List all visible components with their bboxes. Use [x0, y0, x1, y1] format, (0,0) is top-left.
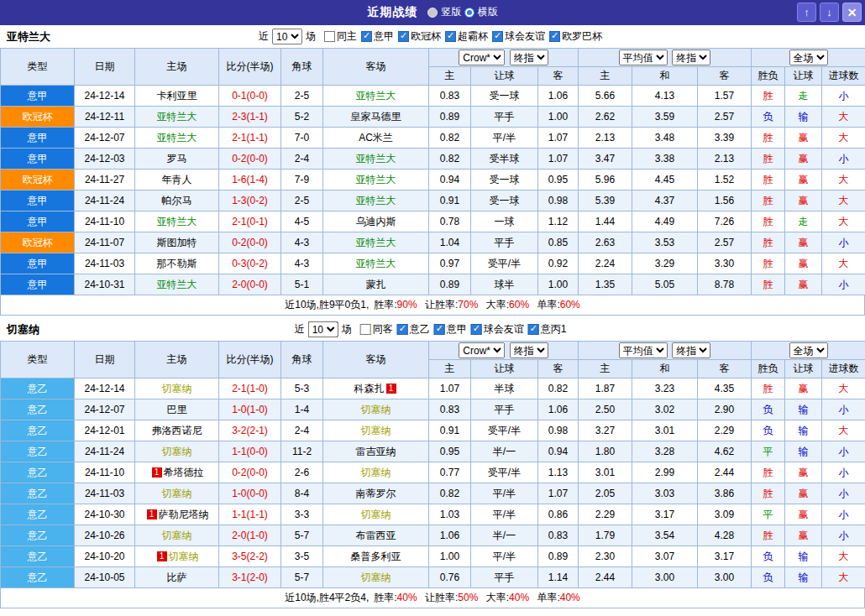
match-type-cell: 意乙: [1, 567, 75, 588]
score-cell: 2-0(0-0): [219, 274, 281, 295]
avg-draw-cell: 3.07: [632, 546, 698, 567]
avg-away-cell: 3.00: [698, 567, 752, 588]
away-team-name: 亚特兰大: [356, 237, 396, 248]
odds-home-cell: 0.77: [429, 462, 471, 483]
results-table: 类型 日期 主场 比分(半场) 角球 客场 Crow* 终指 平均值 终指: [0, 341, 865, 588]
scroll-down-button[interactable]: ↓: [820, 3, 839, 22]
avg-draw-cell: 3.00: [632, 567, 698, 588]
table-row: 意甲 24-11-10 亚特兰大 2-1(0-1) 4-5 乌迪内斯 0.78 …: [1, 211, 865, 232]
avg-draw-cell: 3.17: [632, 504, 698, 525]
date-cell: 24-11-24: [75, 191, 135, 211]
odds-away-cell: 0.82: [538, 378, 579, 399]
handicap-cell: 平/半: [471, 483, 538, 504]
odds-home-cell: 0.91: [429, 191, 471, 211]
near-label: 近: [259, 29, 269, 44]
league-filter-checkbox[interactable]: 超霸杯: [445, 29, 488, 44]
league-filter-checkbox[interactable]: 欧罗巴杯: [549, 29, 602, 44]
table-row: 欧冠杯 24-12-11 亚特兰大 2-3(1-1) 5-2 皇家马德里 0.8…: [1, 107, 865, 128]
league-filter-checkbox[interactable]: 意甲: [361, 29, 394, 44]
odds-away-cell: 1.00: [538, 107, 579, 128]
odds-stage-select[interactable]: 终指: [510, 342, 548, 358]
layout-radio[interactable]: 竖版: [427, 5, 461, 19]
odds-company-select[interactable]: Crow*: [459, 342, 505, 358]
handicap-cell: 受平/半: [471, 253, 538, 274]
odds-home-cell: 1.07: [429, 378, 471, 399]
home-team-cell: 切塞纳: [135, 483, 219, 504]
league-filter-checkbox[interactable]: 球会友谊: [492, 29, 545, 44]
scope-select[interactable]: 全场: [789, 50, 828, 65]
handicap-cell: 平/半: [471, 128, 538, 149]
handicap-result-cell: 赢: [785, 253, 822, 274]
away-team-name: 亚特兰大: [356, 195, 396, 206]
close-button[interactable]: ✕: [842, 3, 862, 22]
average-select[interactable]: 平均值: [619, 50, 668, 65]
result-cell: 负: [752, 420, 785, 441]
avg-home-cell: 1.87: [579, 378, 632, 399]
average-select[interactable]: 平均值: [619, 342, 668, 358]
away-team-name: 桑普多利亚: [351, 551, 401, 562]
league-filter-checkbox[interactable]: 意乙: [397, 322, 430, 337]
table-row: 意乙 24-11-24 切塞纳 1-1(0-0) 11-2 雷吉亚纳 0.95 …: [1, 441, 865, 462]
average-stage-select[interactable]: 终指: [672, 50, 710, 65]
home-team-name: 切塞纳: [162, 446, 192, 457]
avg-away-cell: 3.86: [698, 483, 752, 504]
goals-result-cell: 大: [822, 567, 865, 588]
avg-home-cell: 5.66: [579, 86, 632, 107]
away-team-name: 切塞纳: [361, 572, 391, 583]
away-team-cell: AC米兰: [323, 128, 429, 149]
result-cell: 胜: [752, 253, 785, 274]
summary-stat: 大率:60%: [486, 299, 532, 311]
avg-home-cell: 3.27: [579, 420, 632, 441]
result-cell: 胜: [752, 191, 785, 211]
away-team-name: 亚特兰大: [356, 90, 396, 102]
handicap-result-cell: 输: [785, 546, 822, 567]
handicap-cell: 受半球: [471, 149, 538, 170]
score-cell: 2-3(1-1): [219, 107, 281, 128]
league-filter-checkbox[interactable]: 球会友谊: [471, 322, 524, 337]
corner-cell: 5-1: [281, 274, 323, 295]
odds-home-cell: 0.91: [429, 420, 471, 441]
handicap-result-cell: 输: [785, 107, 822, 128]
avg-away-cell: 3.39: [698, 128, 752, 149]
handicap-cell: 平手: [471, 232, 538, 253]
column-header-odds-away: 客: [538, 360, 579, 378]
league-filter-checkbox[interactable]: 意甲: [434, 322, 467, 337]
handicap-cell: 一球: [471, 211, 538, 232]
recent-count-select[interactable]: 10: [308, 321, 338, 337]
avg-away-cell: 3.09: [698, 504, 752, 525]
result-cell: 平: [752, 441, 785, 462]
away-team-name: 切塞纳: [361, 467, 391, 478]
goals-result-cell: 小: [822, 86, 865, 107]
avg-home-cell: 2.30: [579, 546, 632, 567]
league-filter-checkbox[interactable]: 欧冠杯: [398, 29, 441, 44]
column-header-handicap-result: 让球: [785, 360, 822, 378]
column-header-date: 日期: [75, 49, 135, 86]
recent-count-select[interactable]: 10: [272, 29, 302, 44]
odds-company-select[interactable]: Crow*: [459, 50, 505, 65]
games-label: 场: [342, 322, 352, 337]
handicap-result-cell: 赢: [785, 232, 822, 253]
match-type-cell: 意乙: [1, 378, 75, 399]
handicap-result-cell: 赢: [785, 170, 822, 191]
home-team-cell: 帕尔马: [135, 191, 219, 211]
score-cell: 1-6(1-4): [219, 170, 281, 191]
scroll-up-button[interactable]: ↑: [797, 3, 816, 22]
avg-home-cell: 2.44: [579, 567, 632, 588]
date-cell: 24-11-10: [75, 211, 135, 232]
average-stage-select[interactable]: 终指: [672, 342, 710, 358]
avg-home-cell: 2.13: [579, 128, 632, 149]
league-filter-checkbox[interactable]: 同客: [360, 322, 393, 337]
layout-radio[interactable]: 横版: [464, 5, 498, 19]
scope-select[interactable]: 全场: [789, 342, 828, 358]
column-header-away: 客场: [323, 49, 429, 86]
home-team-name: 年青人: [162, 174, 192, 185]
away-team-name: 切塞纳: [361, 509, 391, 520]
home-team-cell: 斯图加特: [135, 232, 219, 253]
odds-stage-select[interactable]: 终指: [510, 50, 548, 65]
red-card-badge: 1: [386, 384, 396, 394]
league-filter-checkbox[interactable]: 意丙1: [528, 322, 567, 337]
odds-away-cell: 0.94: [538, 441, 579, 462]
league-filter-checkbox[interactable]: 同主: [324, 29, 357, 44]
layout-toggle: 竖版 横版: [427, 5, 497, 20]
team-name: 亚特兰大: [0, 29, 50, 44]
